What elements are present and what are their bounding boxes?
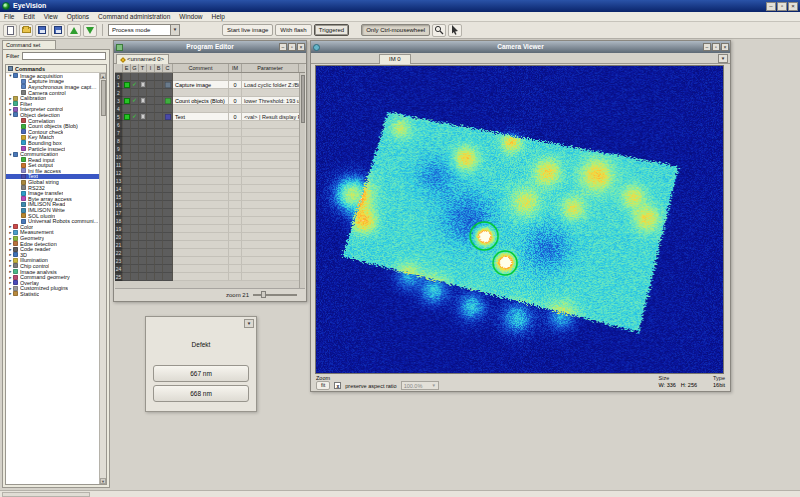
program-row[interactable]: 16 xyxy=(115,201,299,209)
wavelength-667-button[interactable]: 667 nm xyxy=(153,365,249,382)
only-ctrl-mousewheel-toggle[interactable]: Only Ctrl-mousewheel xyxy=(361,24,430,36)
program-row[interactable]: 25 xyxy=(115,273,299,281)
enable-cell[interactable] xyxy=(123,145,131,153)
program-row[interactable]: 12 xyxy=(115,169,299,177)
camera-viewer-titlebar[interactable]: Camera Viewer – ▫ × xyxy=(311,41,730,53)
program-row[interactable]: 5✓Text0<val> | Result display R... xyxy=(115,113,299,121)
cv-close-button[interactable]: × xyxy=(721,43,729,51)
scrollbar-thumb[interactable] xyxy=(101,80,106,116)
image-tab-im0[interactable]: IM 0 xyxy=(379,54,411,64)
import-button[interactable] xyxy=(67,24,81,37)
program-row[interactable]: 19 xyxy=(115,225,299,233)
cv-minimize-button[interactable]: – xyxy=(703,43,711,51)
menu-edit[interactable]: Edit xyxy=(23,12,34,22)
enable-cell[interactable] xyxy=(123,249,131,257)
enable-cell[interactable] xyxy=(123,153,131,161)
pointer-tool-button[interactable] xyxy=(448,24,462,37)
zoom-tool-button[interactable] xyxy=(432,24,446,37)
enable-cell[interactable] xyxy=(123,169,131,177)
pe-close-button[interactable]: × xyxy=(297,43,305,51)
menu-command-administration[interactable]: Command administration xyxy=(98,12,170,22)
enable-cell[interactable] xyxy=(123,185,131,193)
command-set-tab[interactable]: Command set xyxy=(2,40,56,49)
sidebar-scrollbar[interactable]: ▲ ▼ xyxy=(99,73,106,484)
program-row[interactable]: 8 xyxy=(115,137,299,145)
window-close-button[interactable]: × xyxy=(788,2,798,11)
menu-file[interactable]: File xyxy=(4,12,14,22)
enable-cell[interactable] xyxy=(123,137,131,145)
program-row[interactable]: 21 xyxy=(115,241,299,249)
program-row[interactable]: 22 xyxy=(115,249,299,257)
program-row[interactable]: 13 xyxy=(115,177,299,185)
scroll-down-icon[interactable]: ▼ xyxy=(100,478,106,484)
slider-thumb[interactable] xyxy=(261,291,266,298)
enable-cell[interactable] xyxy=(123,209,131,217)
cv-maximize-button[interactable]: ▫ xyxy=(712,43,720,51)
program-row[interactable]: 9 xyxy=(115,145,299,153)
program-row[interactable]: 4 xyxy=(115,105,299,113)
scroll-up-icon[interactable]: ▲ xyxy=(100,73,106,79)
program-editor-titlebar[interactable]: Program Editor – ▫ × xyxy=(114,41,306,53)
enable-cell[interactable] xyxy=(123,97,131,105)
program-row[interactable]: 0 xyxy=(115,73,299,81)
zoom-slider[interactable] xyxy=(253,291,297,299)
enable-cell[interactable] xyxy=(123,105,131,113)
enable-cell[interactable] xyxy=(123,201,131,209)
program-row[interactable]: 14 xyxy=(115,185,299,193)
window-minimize-button[interactable]: – xyxy=(766,2,776,11)
program-tab-unnamed[interactable]: <unnamed 0> xyxy=(116,54,169,64)
enable-cell[interactable] xyxy=(123,233,131,241)
start-live-image-button[interactable]: Start live image xyxy=(222,24,273,36)
enable-cell[interactable] xyxy=(123,225,131,233)
program-row[interactable]: 1✓Capture image0Load cyclic folder Z:/Bi… xyxy=(115,81,299,89)
wavelength-668-button[interactable]: 668 nm xyxy=(153,385,249,402)
defekt-dropdown-button[interactable]: ▼ xyxy=(244,319,254,328)
menu-window[interactable]: Window xyxy=(179,12,202,22)
program-row[interactable]: 11 xyxy=(115,161,299,169)
tree-item[interactable]: ▸Statistic xyxy=(6,291,99,297)
pe-maximize-button[interactable]: ▫ xyxy=(288,43,296,51)
program-row[interactable]: 18 xyxy=(115,217,299,225)
enable-cell[interactable] xyxy=(123,241,131,249)
camera-image[interactable] xyxy=(316,66,723,373)
menu-view[interactable]: View xyxy=(44,12,58,22)
enable-cell[interactable] xyxy=(123,217,131,225)
enable-cell[interactable] xyxy=(123,129,131,137)
triggered-button[interactable]: Triggered xyxy=(314,24,349,36)
program-row[interactable]: 15 xyxy=(115,193,299,201)
enable-cell[interactable] xyxy=(123,177,131,185)
pe-minimize-button[interactable]: – xyxy=(279,43,287,51)
filter-input[interactable] xyxy=(22,52,106,60)
enable-cell[interactable] xyxy=(123,81,131,89)
enable-cell[interactable] xyxy=(123,121,131,129)
process-mode-select[interactable]: Process mode ▼ xyxy=(108,24,180,36)
program-row[interactable]: 24 xyxy=(115,265,299,273)
enable-cell[interactable] xyxy=(123,257,131,265)
program-row[interactable]: 17 xyxy=(115,209,299,217)
menu-options[interactable]: Options xyxy=(67,12,89,22)
window-maximize-button[interactable]: ▫ xyxy=(777,2,787,11)
new-file-button[interactable] xyxy=(3,24,17,37)
enable-cell[interactable] xyxy=(123,193,131,201)
program-row[interactable]: 2 xyxy=(115,89,299,97)
enable-cell[interactable] xyxy=(123,89,131,97)
program-row[interactable]: 10 xyxy=(115,153,299,161)
program-row[interactable]: 23 xyxy=(115,257,299,265)
enable-cell[interactable] xyxy=(123,273,131,281)
preserve-aspect-checkbox[interactable]: x xyxy=(334,382,341,389)
enable-cell[interactable] xyxy=(123,113,131,121)
save-all-button[interactable] xyxy=(51,24,65,37)
tab-list-dropdown[interactable]: ▼ xyxy=(718,54,728,63)
fit-button[interactable]: fit xyxy=(316,381,330,390)
program-table-scrollbar[interactable] xyxy=(299,73,305,288)
program-row[interactable]: 6 xyxy=(115,121,299,129)
scrollbar-thumb[interactable] xyxy=(301,75,305,123)
program-row[interactable]: 3✓Count objects (Blob)0lower Threshold: … xyxy=(115,97,299,105)
program-row[interactable]: 7 xyxy=(115,129,299,137)
zoom-percent-select[interactable]: 100.0% ▼ xyxy=(401,381,439,390)
with-flash-button[interactable]: With flash xyxy=(275,24,311,36)
enable-cell[interactable] xyxy=(123,265,131,273)
save-button[interactable] xyxy=(35,24,49,37)
menu-help[interactable]: Help xyxy=(211,12,224,22)
program-row[interactable]: 20 xyxy=(115,233,299,241)
